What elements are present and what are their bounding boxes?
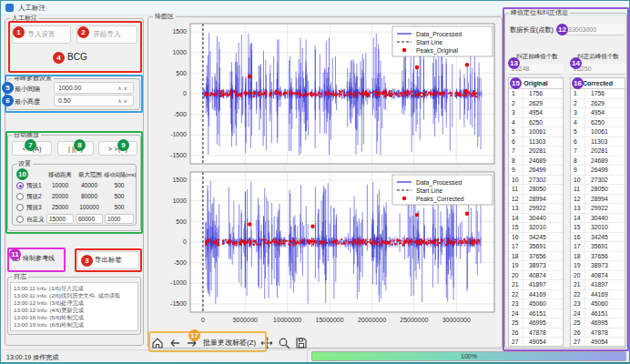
spinner-updown-icon[interactable]: ∧∨	[117, 97, 129, 104]
table-row[interactable]: 2141897	[571, 280, 625, 290]
custom-value-input[interactable]: 60000	[76, 214, 103, 224]
preset-value: 40000	[74, 182, 105, 188]
table-row[interactable]: 824689	[509, 157, 563, 167]
svg-text:1500: 1500	[172, 28, 187, 35]
svg-text:0: 0	[183, 90, 187, 96]
table-row[interactable]: 2141897	[509, 280, 563, 290]
table-row[interactable]: 510061	[571, 127, 625, 137]
table-row[interactable]: 611303	[571, 137, 625, 147]
table-row[interactable]: 1938973	[509, 261, 563, 271]
table-row[interactable]: 2749054	[509, 338, 563, 347]
preset-label: 预设1	[26, 182, 42, 190]
table-row[interactable]: 926499	[571, 166, 625, 176]
svg-text:Data_Processed: Data_Processed	[416, 31, 462, 38]
progress-bar: 100%	[311, 351, 626, 361]
table-row[interactable]: 1329922	[571, 204, 625, 214]
table-row[interactable]: 611303	[509, 137, 563, 147]
svg-text:Peaks_Corrected: Peaks_Corrected	[416, 196, 464, 203]
table-row[interactable]: 46250	[571, 118, 625, 128]
table-row[interactable]: 720281	[509, 147, 563, 157]
table-row[interactable]: 1128050	[509, 185, 563, 195]
plot-area-title: 绘图区	[153, 12, 176, 20]
table-row[interactable]: 1634245	[509, 233, 563, 243]
table-row[interactable]: 1027302	[509, 176, 563, 186]
table-row[interactable]: 46250	[509, 118, 563, 128]
marker-badge-10: 10	[16, 168, 28, 180]
autoplay-settings-title: 设置	[16, 159, 33, 167]
spinner-updown-icon[interactable]: ∧∨	[117, 85, 129, 91]
min-interval-input[interactable]: 1000.00 ∧∨	[54, 82, 134, 94]
table-row[interactable]: 1027302	[571, 176, 625, 186]
back-icon[interactable]	[168, 337, 181, 349]
table-row[interactable]: 2647878	[571, 329, 625, 339]
preset-radio-3[interactable]	[16, 204, 24, 211]
log-line: 13:00:11 Info: (1/6)导入完成	[14, 285, 135, 292]
pan-icon[interactable]	[260, 337, 273, 349]
preset-value: 100000	[74, 204, 105, 210]
svg-text:1000: 1000	[172, 49, 187, 56]
table-row[interactable]: 2446151	[509, 309, 563, 319]
marker-badge-4: 4	[53, 52, 65, 64]
log-output[interactable]: 13:00:11 Info: (1/6)导入完成13:00:11 Info: (…	[10, 282, 138, 331]
zoom-icon[interactable]	[278, 337, 290, 349]
min-height-input[interactable]: 0.50 ∧∨	[54, 95, 134, 106]
home-icon[interactable]	[151, 337, 164, 349]
table-row[interactable]: 926499	[509, 166, 563, 176]
table-row[interactable]: 2546995	[509, 318, 563, 329]
batch-change-label-button[interactable]: 批量更改标签(Z)	[203, 338, 256, 348]
table-row[interactable]: 1837656	[509, 252, 563, 262]
preset-value: 500	[103, 182, 136, 188]
preset-value: 500	[103, 204, 136, 210]
left-panel-title: 人工标注	[10, 14, 39, 22]
original-peaks-table[interactable]: Original 1175622629349544625051006161130…	[508, 77, 564, 347]
table-row[interactable]: 22629	[509, 99, 563, 109]
table-row[interactable]: 2546995	[571, 318, 625, 329]
table-row[interactable]: 824689	[571, 157, 625, 167]
table-row[interactable]: 1329922	[509, 204, 563, 214]
table-row[interactable]: 1430440	[571, 214, 625, 224]
table-row[interactable]: 1430440	[509, 214, 563, 224]
table-row[interactable]: 720281	[571, 147, 625, 157]
table-row[interactable]: 11756	[509, 89, 563, 99]
table-row[interactable]: 1735691	[509, 242, 563, 252]
table-row[interactable]: 1735691	[571, 242, 625, 252]
marker-badge-6: 6	[2, 95, 14, 106]
table-row[interactable]: 1837656	[571, 252, 625, 262]
table-row[interactable]: 22629	[571, 99, 625, 109]
table-row[interactable]: 1128050	[571, 185, 625, 195]
log-line: 13:00:16 Info: (5/6)绘制完成	[14, 314, 135, 321]
table-row[interactable]: 34954	[571, 108, 625, 118]
table-row[interactable]: 1634245	[571, 233, 625, 243]
table-row[interactable]: 2040874	[509, 271, 563, 281]
table-row[interactable]: 2647878	[509, 329, 563, 339]
chart-canvas[interactable]: -1500-1000-500050010001500Data_Processed…	[150, 20, 500, 331]
custom-value-input[interactable]: 15000	[46, 214, 74, 224]
table-row[interactable]: 11756	[571, 89, 625, 99]
table-row[interactable]: 2345060	[509, 299, 563, 309]
marker-badge-9: 9	[117, 139, 129, 151]
table-row[interactable]: 2040874	[571, 271, 625, 281]
preset-radio-4[interactable]	[16, 216, 24, 223]
table-row[interactable]: 2446151	[571, 309, 625, 319]
table-row[interactable]: 2244169	[571, 290, 625, 300]
right-panel-title: 峰值定位和纠正信息	[509, 8, 570, 16]
preset-value: 10000	[45, 182, 76, 188]
window-title: 人工标注	[18, 4, 46, 13]
table-row[interactable]: 2345060	[571, 299, 625, 309]
table-row[interactable]: 2749054	[571, 338, 625, 347]
table-row[interactable]: 2244169	[509, 290, 563, 300]
table-row[interactable]: 1228994	[571, 195, 625, 205]
table-row[interactable]: 1532010	[571, 223, 625, 233]
table-row[interactable]: 1228994	[509, 195, 563, 205]
table-row[interactable]: 1938973	[571, 261, 625, 271]
preset-radio-1[interactable]	[16, 182, 24, 189]
table-row[interactable]: 510061	[509, 127, 563, 137]
marker-badge-5: 5	[2, 82, 14, 94]
corrected-peaks-table[interactable]: Corrected 117562262934954462505100616113…	[570, 77, 625, 347]
save-icon[interactable]	[295, 337, 308, 349]
marker-badge-2: 2	[77, 26, 89, 38]
table-row[interactable]: 1532010	[509, 223, 563, 233]
preset-radio-2[interactable]	[16, 193, 24, 200]
custom-value-input[interactable]: 1000	[105, 214, 134, 224]
table-row[interactable]: 34954	[509, 108, 563, 118]
